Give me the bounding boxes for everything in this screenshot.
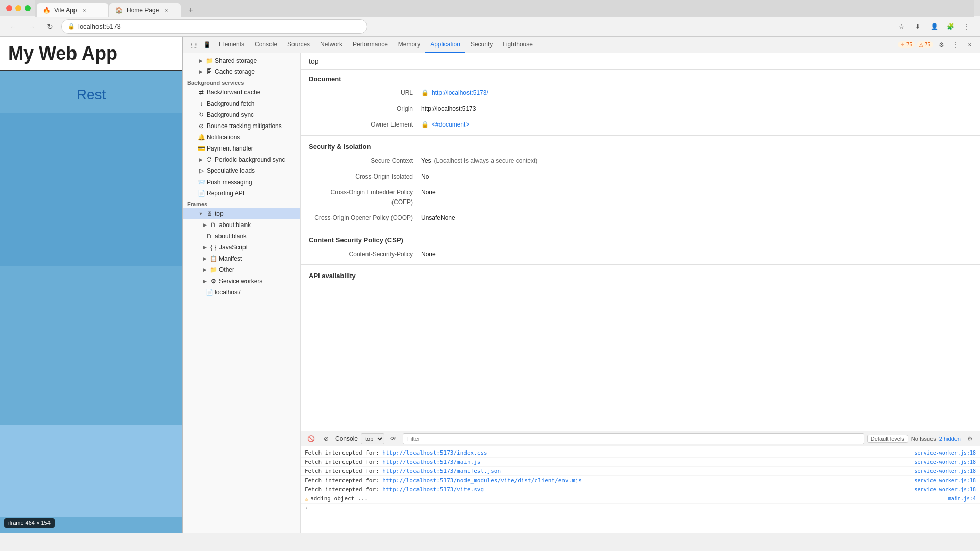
coep-label: Cross-Origin Embedder Policy (COEP) — [309, 188, 421, 207]
add-tab-button[interactable]: + — [184, 3, 198, 17]
console-settings-icon[interactable]: ⚙ — [964, 433, 976, 445]
sidebar-item-manifest[interactable]: ▶ 📋 Manifest — [183, 253, 300, 264]
sidebar-item-notifications[interactable]: 🔔 Notifications — [183, 132, 300, 143]
sidebar-item-label: JavaScript — [219, 244, 248, 251]
device-toolbar-icon[interactable]: 📱 — [201, 39, 213, 51]
default-levels-select[interactable]: Default levels — [867, 435, 908, 443]
menu-button[interactable]: ⋮ — [960, 19, 974, 34]
minimize-window-button[interactable] — [15, 5, 21, 11]
tab-network[interactable]: Network — [315, 37, 348, 53]
console-warning-source[interactable]: main.js:4 — [948, 496, 976, 502]
tab-lighthouse[interactable]: Lighthouse — [498, 37, 538, 53]
bookmarks-button[interactable]: ☆ — [894, 19, 909, 34]
webpage-header: My Web App — [0, 37, 182, 71]
console-filter-icon[interactable]: ⊘ — [320, 433, 332, 445]
tab-security[interactable]: Security — [465, 37, 498, 53]
sidebar-item-back-forward-cache[interactable]: ⇄ Back/forward cache — [183, 87, 300, 98]
profile-button[interactable]: 👤 — [927, 19, 941, 34]
forward-button[interactable]: → — [24, 19, 39, 34]
console-source[interactable]: service-worker.js:18 — [915, 478, 976, 483]
url-bar[interactable]: 🔒 localhost:5173 — [61, 19, 368, 34]
more-icon[interactable]: ⋮ — [949, 39, 962, 51]
console-warning-line: ⚠ adding object ... main.js:4 — [301, 494, 980, 504]
folder-icon: 📁 — [206, 57, 213, 64]
sidebar-item-background-sync[interactable]: ↻ Background sync — [183, 109, 300, 120]
console-input[interactable] — [310, 505, 976, 511]
tab-vite[interactable]: 🔥 Vite App × — [37, 3, 108, 17]
owner-row: Owner Element 🔒 <#document> — [301, 117, 980, 133]
fetch-link-3[interactable]: http://localhost:5173/manifest.json — [382, 468, 501, 474]
page-icon: 🗋 — [206, 233, 213, 240]
coop-label: Cross-Origin Opener Policy (COOP) — [309, 213, 421, 223]
reload-button[interactable]: ↻ — [43, 19, 57, 34]
fetch-link-2[interactable]: http://localhost:5173/main.js — [382, 459, 480, 465]
console-source[interactable]: service-worker.js:18 — [915, 450, 976, 456]
close-window-button[interactable] — [6, 5, 12, 11]
inspect-element-icon[interactable]: ⬚ — [187, 39, 200, 51]
sidebar-item-shared-storage[interactable]: ▶ 📁 Shared storage — [183, 55, 300, 66]
console-filter-input[interactable] — [403, 433, 864, 444]
sidebar-item-cache-storage[interactable]: ▶ 🗄 Cache storage — [183, 66, 300, 78]
eye-icon[interactable]: 👁 — [387, 433, 400, 445]
fetch-link-1[interactable]: http://localhost:5173/index.css — [382, 449, 487, 456]
cross-origin-isolated-value: No — [421, 172, 429, 182]
expand-icon: ▶ — [202, 222, 208, 228]
console-text: Fetch intercepted for: http://localhost:… — [305, 459, 915, 465]
frames-label: Frames — [183, 199, 300, 208]
page-icon: 🗋 — [210, 221, 217, 229]
sidebar-item-other[interactable]: ▶ 📁 Other — [183, 264, 300, 276]
console-text: Fetch intercepted for: http://localhost:… — [305, 468, 915, 474]
sidebar-item-label: Manifest — [219, 255, 242, 262]
console-source[interactable]: service-worker.js:18 — [915, 487, 976, 492]
back-button[interactable]: ← — [6, 19, 20, 34]
sidebar-item-push-messaging[interactable]: 📨 Push messaging — [183, 177, 300, 188]
sidebar-item-about-blank-1[interactable]: ▶ 🗋 about:blank — [183, 219, 300, 231]
tab-elements[interactable]: Elements — [214, 37, 250, 53]
console-toolbar: Console — [335, 435, 358, 442]
extensions-button[interactable]: 🧩 — [943, 19, 958, 34]
close-tab-button[interactable]: × — [81, 7, 88, 14]
tab-console[interactable]: Console — [250, 37, 282, 53]
title-bar: 🔥 Vite App × 🏠 Home Page × + — [0, 0, 980, 16]
settings-icon[interactable]: ⚙ — [935, 39, 947, 51]
webpage-subtitle: Rest — [0, 77, 182, 113]
fetch-link-4[interactable]: http://localhost:5173/node_modules/vite/… — [382, 477, 582, 484]
close-devtools-icon[interactable]: × — [964, 39, 976, 51]
sidebar-item-payment-handler[interactable]: 💳 Payment handler — [183, 143, 300, 154]
origin-label: Origin — [309, 104, 421, 114]
url-label: URL — [309, 88, 421, 98]
maximize-window-button[interactable] — [24, 5, 31, 11]
sidebar-item-javascript[interactable]: ▶ { } JavaScript — [183, 242, 300, 253]
url-link[interactable]: http://localhost:5173/ — [432, 88, 488, 98]
close-tab-2-button[interactable]: × — [163, 7, 170, 14]
expand-icon: ▶ — [202, 278, 208, 284]
push-icon: 📨 — [198, 179, 205, 186]
periodic-sync-icon: ⏱ — [206, 156, 213, 163]
downloads-button[interactable]: ⬇ — [911, 19, 925, 34]
console-context-select[interactable]: top — [361, 433, 384, 444]
sidebar-item-about-blank-2[interactable]: 🗋 about:blank — [183, 231, 300, 242]
sidebar-item-periodic-background-sync[interactable]: ▶ ⏱ Periodic background sync — [183, 154, 300, 165]
csp-value: None — [421, 249, 436, 259]
sidebar-item-bounce-tracking[interactable]: ⊘ Bounce tracking mitigations — [183, 120, 300, 132]
tab-home[interactable]: 🏠 Home Page × — [109, 3, 181, 17]
sidebar-item-reporting-api[interactable]: 📄 Reporting API — [183, 188, 300, 199]
sidebar-item-speculative-loads[interactable]: ▷ Speculative loads — [183, 165, 300, 177]
tab-performance[interactable]: Performance — [348, 37, 393, 53]
tab-memory[interactable]: Memory — [393, 37, 425, 53]
url-shield-icon: 🔒 — [421, 88, 429, 98]
owner-link[interactable]: <#document> — [432, 120, 469, 130]
console-right: Default levels No Issues 2 hidden ⚙ — [867, 433, 976, 445]
tab-sources[interactable]: Sources — [282, 37, 315, 53]
csp-section-title: Content Security Policy (CSP) — [301, 231, 980, 246]
tab-application[interactable]: Application — [425, 37, 465, 53]
console-clear-icon[interactable]: 🚫 — [305, 433, 317, 445]
console-source[interactable]: service-worker.js:18 — [915, 468, 976, 474]
console-source[interactable]: service-worker.js:18 — [915, 459, 976, 465]
sidebar-item-localhost[interactable]: 📄 localhost/ — [183, 287, 300, 298]
fetch-link-5[interactable]: http://localhost:5173/vite.svg — [382, 486, 484, 493]
sidebar-item-service-workers[interactable]: ▶ ⚙ Service workers — [183, 276, 300, 287]
sidebar-item-top-frame[interactable]: ▼ 🖥 top — [183, 208, 300, 219]
url-row: URL 🔒 http://localhost:5173/ — [301, 85, 980, 101]
sidebar-item-background-fetch[interactable]: ↓ Background fetch — [183, 98, 300, 109]
